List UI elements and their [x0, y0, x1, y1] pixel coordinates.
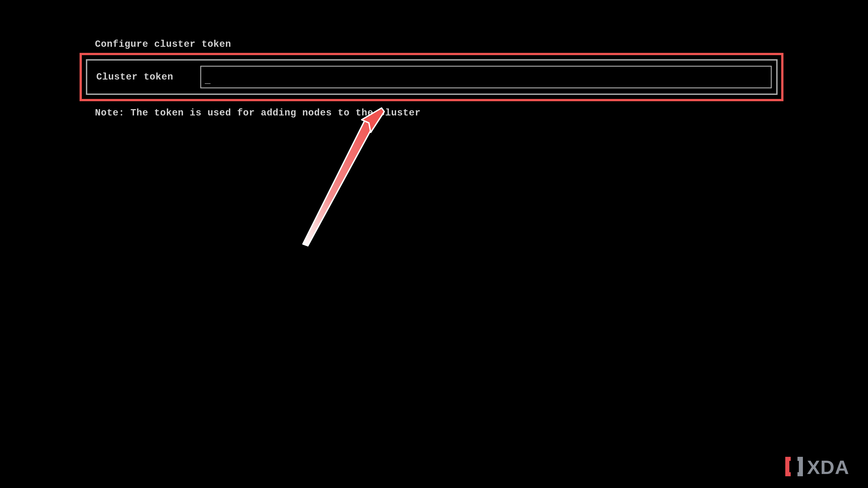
xda-watermark-icon: XDA — [780, 454, 857, 479]
cluster-token-label: Cluster token — [96, 72, 200, 83]
page-title: Configure cluster token — [95, 39, 231, 50]
terminal-screen: Configure cluster token Cluster token _ … — [0, 0, 868, 488]
text-cursor: _ — [205, 75, 211, 86]
cluster-token-row: Cluster token _ — [86, 59, 778, 95]
svg-text:XDA: XDA — [807, 456, 849, 478]
note-text: Note: The token is used for adding nodes… — [95, 107, 421, 119]
cluster-token-input[interactable]: _ — [200, 66, 772, 88]
svg-marker-0 — [303, 119, 375, 246]
